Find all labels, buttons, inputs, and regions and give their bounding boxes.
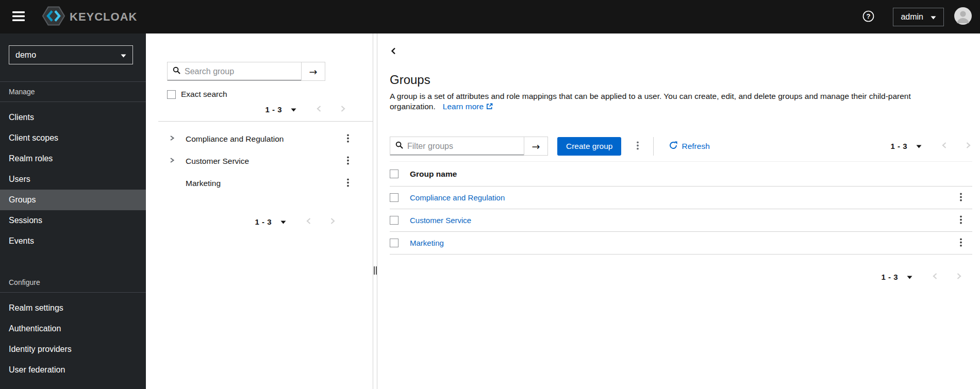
help-icon: ? [862,10,874,24]
group-link[interactable]: Marketing [410,239,444,247]
brand-title: KEYCLOAK [70,10,137,24]
caret-down-icon [916,142,922,150]
kebab-menu-button[interactable] [345,133,351,145]
sidebar-item-users[interactable]: Users [0,169,146,190]
sidebar-item-client-scopes[interactable]: Client scopes [0,128,146,148]
column-header-group-name: Group name [410,170,457,179]
keycloak-hexagon-icon [42,6,65,28]
group-link[interactable]: Compliance and Regulation [410,193,505,202]
sidebar-item-clients[interactable]: Clients [0,107,146,128]
pagination-next-button[interactable] [966,142,971,150]
drag-handle-icon[interactable] [374,266,377,275]
groups-table: Group name Compliance and Regulation Cus… [390,161,972,255]
username-label: admin [901,12,923,22]
search-group-submit-button[interactable]: → [301,62,325,80]
pagination-options-toggle[interactable] [907,273,912,281]
expand-toggle-button[interactable] [169,157,175,165]
sidebar-item-identity-providers[interactable]: Identity providers [0,339,146,360]
caret-down-icon [907,273,912,281]
user-avatar-icon [954,7,972,26]
pagination-range-label: 1 - 3 [255,217,272,226]
tree-item-label[interactable]: Compliance and Regulation [186,134,284,144]
refresh-label: Refresh [682,142,709,151]
filter-groups-submit-button[interactable]: → [524,137,547,155]
toolbar-divider [653,137,654,156]
refresh-button[interactable]: Refresh [669,141,709,151]
sidebar-item-user-federation[interactable]: User federation [0,360,146,380]
realm-name: demo [15,50,36,60]
chevron-down-icon [121,50,126,60]
kebab-menu-button[interactable] [957,192,965,204]
pagination-next-button[interactable] [340,105,346,114]
kebab-icon [637,141,639,151]
arrow-right-icon: → [532,141,540,152]
pagination-range-label: 1 - 3 [881,273,898,281]
pagination-prev-button[interactable] [316,105,322,114]
group-search-input-wrap [168,62,301,80]
nav-section-configure: Configure Realm settings Authentication … [0,273,146,385]
sidebar-item-sessions[interactable]: Sessions [0,210,146,231]
pagination-options-toggle[interactable] [916,142,922,150]
chevron-right-icon [966,142,971,150]
exact-search-checkbox[interactable] [167,90,176,99]
select-all-checkbox[interactable] [390,170,398,178]
pagination-range-label: 1 - 3 [265,105,282,114]
sidebar-item-events[interactable]: Events [0,231,146,251]
kebab-menu-button[interactable] [345,155,351,167]
table-row: Compliance and Regulation [390,187,972,209]
chevron-left-icon [941,142,947,150]
page-title: Groups [390,73,972,87]
collapse-panel-button[interactable] [390,47,397,56]
tree-item-label[interactable]: Customer Service [186,157,249,166]
tree-item-customer-service[interactable]: Customer Service [146,150,373,172]
panel-splitter[interactable] [373,33,377,389]
group-link[interactable]: Customer Service [410,216,471,225]
tree-item-marketing[interactable]: Marketing [146,172,373,194]
kebab-menu-button[interactable] [957,214,965,227]
avatar[interactable] [954,7,972,26]
chevron-right-icon [956,273,962,281]
filter-groups-group: → [390,137,548,156]
nav-section-title: Configure [0,273,146,293]
group-search-group: → [167,62,325,81]
nav-section-title: Manage [0,81,146,102]
toolbar-kebab-menu-button[interactable] [634,140,642,153]
sidebar-item-groups[interactable]: Groups [0,190,146,210]
search-group-input[interactable] [185,67,296,76]
learn-more-link[interactable]: Learn more [443,102,493,111]
pagination-range-label: 1 - 3 [890,142,907,150]
learn-more-label: Learn more [443,102,484,111]
kebab-menu-button[interactable] [957,237,965,249]
filter-groups-input[interactable] [407,142,519,151]
pagination-options-toggle[interactable] [280,218,286,226]
sidebar-item-realm-settings[interactable]: Realm settings [0,298,146,318]
chevron-left-icon [316,105,322,114]
sidebar-item-authentication[interactable]: Authentication [0,318,146,339]
tree-item-compliance-and-regulation[interactable]: Compliance and Regulation [146,128,373,150]
caret-down-icon [280,218,286,226]
tree-item-label[interactable]: Marketing [186,179,221,188]
realm-selector[interactable]: demo [9,45,133,64]
sidebar-item-realm-roles[interactable]: Realm roles [0,148,146,169]
user-menu-dropdown[interactable]: admin [893,8,944,26]
nav-toggle-button[interactable] [7,6,30,28]
create-group-button[interactable]: Create group [557,137,621,156]
tree-pagination-top: 1 - 3 [146,105,373,114]
row-checkbox[interactable] [390,239,398,247]
kebab-menu-button[interactable] [345,177,351,190]
pagination-prev-button[interactable] [941,142,947,150]
help-button[interactable]: ? [862,10,874,24]
sidebar: demo Manage Clients Client scopes Realm … [0,33,146,389]
kebab-icon [960,215,962,226]
row-checkbox[interactable] [390,216,398,225]
exact-search-toggle[interactable]: Exact search [167,90,373,99]
pagination-prev-button[interactable] [932,273,938,281]
filter-input-wrap [390,137,524,155]
row-checkbox[interactable] [390,193,398,202]
keycloak-logo[interactable]: KEYCLOAK [42,6,137,28]
expand-toggle-button[interactable] [169,135,175,143]
pagination-options-toggle[interactable] [291,106,296,113]
pagination-next-button[interactable] [956,273,962,281]
pagination-next-button[interactable] [330,217,336,226]
pagination-prev-button[interactable] [306,217,311,226]
